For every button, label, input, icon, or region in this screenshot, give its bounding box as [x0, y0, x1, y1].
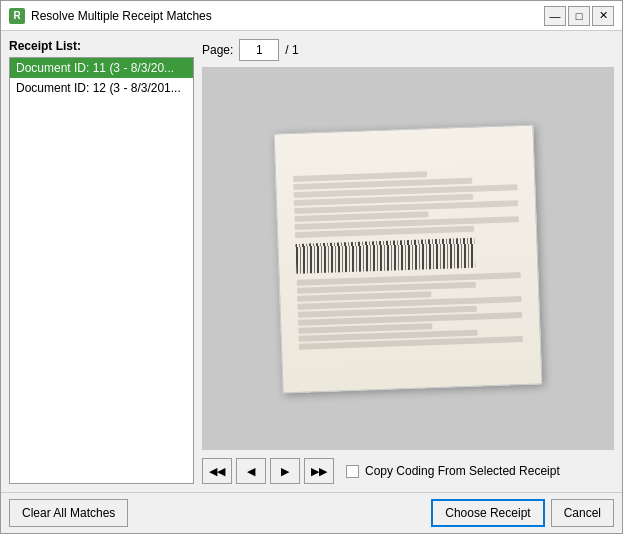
page-label: Page: [202, 43, 233, 57]
left-panel: Receipt List: Document ID: 11 (3 - 8/3/2… [9, 39, 194, 484]
footer: Clear All Matches Choose Receipt Cancel [1, 492, 622, 533]
right-panel: Page: / 1 [202, 39, 614, 484]
clear-all-matches-button[interactable]: Clear All Matches [9, 499, 128, 527]
main-area: Receipt List: Document ID: 11 (3 - 8/3/2… [9, 39, 614, 484]
last-page-button[interactable]: ▶▶ [304, 458, 334, 484]
receipt-list: Document ID: 11 (3 - 8/3/20... Document … [9, 57, 194, 484]
copy-coding-row: Copy Coding From Selected Receipt [346, 464, 560, 478]
copy-coding-checkbox[interactable] [346, 465, 359, 478]
receipt-item-1[interactable]: Document ID: 12 (3 - 8/3/201... [10, 78, 193, 98]
bottom-controls: ◀◀ ◀ ▶ ▶▶ Copy Coding From Selected Rece… [202, 458, 614, 484]
minimize-button[interactable]: — [544, 6, 566, 26]
receipt-content [285, 159, 531, 357]
receipt-paper [274, 124, 543, 393]
receipt-barcode [295, 237, 475, 273]
title-bar: R Resolve Multiple Receipt Matches — □ ✕ [1, 1, 622, 31]
app-icon: R [9, 8, 25, 24]
page-total: / 1 [285, 43, 298, 57]
main-window: R Resolve Multiple Receipt Matches — □ ✕… [0, 0, 623, 534]
receipt-image-area [202, 67, 614, 450]
receipt-list-label: Receipt List: [9, 39, 194, 53]
copy-coding-label: Copy Coding From Selected Receipt [365, 464, 560, 478]
pagination-controls: ◀◀ ◀ ▶ ▶▶ [202, 458, 334, 484]
next-page-button[interactable]: ▶ [270, 458, 300, 484]
window-title: Resolve Multiple Receipt Matches [31, 9, 544, 23]
page-input[interactable] [239, 39, 279, 61]
prev-page-button[interactable]: ◀ [236, 458, 266, 484]
cancel-button[interactable]: Cancel [551, 499, 614, 527]
page-nav: Page: / 1 [202, 39, 614, 61]
window-controls: — □ ✕ [544, 6, 614, 26]
receipt-item-0[interactable]: Document ID: 11 (3 - 8/3/20... [10, 58, 193, 78]
content-area: Receipt List: Document ID: 11 (3 - 8/3/2… [1, 31, 622, 492]
close-button[interactable]: ✕ [592, 6, 614, 26]
choose-receipt-button[interactable]: Choose Receipt [431, 499, 544, 527]
footer-right-buttons: Choose Receipt Cancel [431, 499, 614, 527]
maximize-button[interactable]: □ [568, 6, 590, 26]
first-page-button[interactable]: ◀◀ [202, 458, 232, 484]
